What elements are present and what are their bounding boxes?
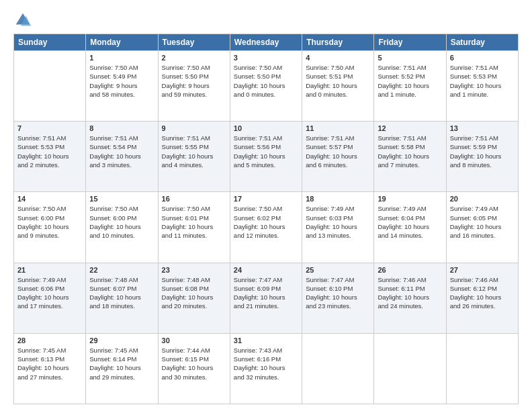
- day-cell: 4Sunrise: 7:50 AM Sunset: 5:51 PM Daylig…: [302, 51, 374, 122]
- col-header-wednesday: Wednesday: [230, 34, 302, 51]
- day-number: 31: [234, 336, 298, 345]
- day-info: Sunrise: 7:51 AM Sunset: 5:57 PM Dayligh…: [306, 134, 370, 169]
- day-cell: 6Sunrise: 7:51 AM Sunset: 5:53 PM Daylig…: [446, 51, 518, 122]
- day-number: 23: [162, 266, 226, 274]
- day-number: 11: [306, 124, 370, 132]
- day-info: Sunrise: 7:48 AM Sunset: 6:08 PM Dayligh…: [162, 275, 226, 311]
- header: [13, 11, 519, 30]
- day-cell: 15Sunrise: 7:50 AM Sunset: 6:00 PM Dayli…: [86, 192, 158, 263]
- day-cell: 27Sunrise: 7:46 AM Sunset: 6:12 PM Dayli…: [446, 263, 518, 333]
- day-cell: 12Sunrise: 7:51 AM Sunset: 5:58 PM Dayli…: [374, 122, 446, 192]
- day-number: 13: [450, 124, 515, 132]
- day-cell: 23Sunrise: 7:48 AM Sunset: 6:08 PM Dayli…: [158, 263, 230, 333]
- day-info: Sunrise: 7:46 AM Sunset: 6:11 PM Dayligh…: [378, 275, 442, 311]
- day-info: Sunrise: 7:51 AM Sunset: 5:55 PM Dayligh…: [162, 134, 226, 169]
- day-number: 6: [450, 54, 515, 62]
- day-info: Sunrise: 7:50 AM Sunset: 6:02 PM Dayligh…: [234, 204, 298, 240]
- day-number: 1: [89, 54, 154, 62]
- day-cell: 3Sunrise: 7:50 AM Sunset: 5:50 PM Daylig…: [230, 51, 302, 122]
- day-info: Sunrise: 7:43 AM Sunset: 6:16 PM Dayligh…: [234, 346, 298, 381]
- day-info: Sunrise: 7:49 AM Sunset: 6:05 PM Dayligh…: [450, 204, 515, 240]
- day-cell: 18Sunrise: 7:49 AM Sunset: 6:03 PM Dayli…: [302, 192, 374, 263]
- day-number: 29: [89, 336, 154, 345]
- day-cell: 26Sunrise: 7:46 AM Sunset: 6:11 PM Dayli…: [374, 263, 446, 333]
- day-info: Sunrise: 7:48 AM Sunset: 6:07 PM Dayligh…: [89, 275, 154, 311]
- day-cell: 14Sunrise: 7:50 AM Sunset: 6:00 PM Dayli…: [14, 192, 86, 263]
- day-info: Sunrise: 7:47 AM Sunset: 6:10 PM Dayligh…: [306, 275, 370, 311]
- col-header-thursday: Thursday: [302, 34, 374, 51]
- day-number: 27: [450, 266, 515, 274]
- day-number: 8: [89, 124, 154, 132]
- col-header-sunday: Sunday: [14, 34, 86, 51]
- day-number: 12: [378, 124, 442, 132]
- day-info: Sunrise: 7:45 AM Sunset: 6:13 PM Dayligh…: [17, 346, 82, 381]
- day-info: Sunrise: 7:47 AM Sunset: 6:09 PM Dayligh…: [234, 275, 298, 311]
- day-info: Sunrise: 7:51 AM Sunset: 5:52 PM Dayligh…: [378, 63, 442, 99]
- day-info: Sunrise: 7:50 AM Sunset: 5:50 PM Dayligh…: [162, 63, 226, 99]
- col-header-friday: Friday: [374, 34, 446, 51]
- day-cell: 31Sunrise: 7:43 AM Sunset: 6:16 PM Dayli…: [230, 333, 302, 404]
- day-cell: 10Sunrise: 7:51 AM Sunset: 5:56 PM Dayli…: [230, 122, 302, 192]
- day-info: Sunrise: 7:46 AM Sunset: 6:12 PM Dayligh…: [450, 275, 515, 311]
- day-info: Sunrise: 7:50 AM Sunset: 5:49 PM Dayligh…: [89, 63, 154, 99]
- day-info: Sunrise: 7:49 AM Sunset: 6:06 PM Dayligh…: [17, 275, 82, 311]
- day-info: Sunrise: 7:50 AM Sunset: 6:01 PM Dayligh…: [162, 204, 226, 240]
- day-info: Sunrise: 7:45 AM Sunset: 6:14 PM Dayligh…: [89, 346, 154, 381]
- day-info: Sunrise: 7:51 AM Sunset: 5:56 PM Dayligh…: [234, 134, 298, 169]
- day-info: Sunrise: 7:50 AM Sunset: 6:00 PM Dayligh…: [17, 204, 82, 240]
- day-cell: [374, 333, 446, 404]
- day-info: Sunrise: 7:49 AM Sunset: 6:04 PM Dayligh…: [378, 204, 442, 240]
- day-cell: 13Sunrise: 7:51 AM Sunset: 5:59 PM Dayli…: [446, 122, 518, 192]
- day-cell: 21Sunrise: 7:49 AM Sunset: 6:06 PM Dayli…: [14, 263, 86, 333]
- logo: [13, 11, 35, 30]
- day-cell: 22Sunrise: 7:48 AM Sunset: 6:07 PM Dayli…: [86, 263, 158, 333]
- week-row-3: 14Sunrise: 7:50 AM Sunset: 6:00 PM Dayli…: [14, 192, 519, 263]
- day-number: 25: [306, 266, 370, 274]
- day-number: 17: [234, 195, 298, 203]
- calendar-page: SundayMondayTuesdayWednesdayThursdayFrid…: [0, 0, 532, 411]
- day-cell: 24Sunrise: 7:47 AM Sunset: 6:09 PM Dayli…: [230, 263, 302, 333]
- week-row-5: 28Sunrise: 7:45 AM Sunset: 6:13 PM Dayli…: [14, 333, 519, 404]
- day-number: 2: [162, 54, 226, 62]
- day-info: Sunrise: 7:51 AM Sunset: 5:54 PM Dayligh…: [89, 134, 154, 169]
- day-number: 24: [234, 266, 298, 274]
- col-header-monday: Monday: [86, 34, 158, 51]
- day-number: 26: [378, 266, 442, 274]
- day-info: Sunrise: 7:49 AM Sunset: 6:03 PM Dayligh…: [306, 204, 370, 240]
- day-cell: 19Sunrise: 7:49 AM Sunset: 6:04 PM Dayli…: [374, 192, 446, 263]
- day-number: 10: [234, 124, 298, 132]
- day-number: 5: [378, 54, 442, 62]
- week-row-1: 1Sunrise: 7:50 AM Sunset: 5:49 PM Daylig…: [14, 51, 519, 122]
- day-info: Sunrise: 7:51 AM Sunset: 5:53 PM Dayligh…: [450, 63, 515, 99]
- day-cell: 20Sunrise: 7:49 AM Sunset: 6:05 PM Dayli…: [446, 192, 518, 263]
- day-cell: 11Sunrise: 7:51 AM Sunset: 5:57 PM Dayli…: [302, 122, 374, 192]
- day-cell: 25Sunrise: 7:47 AM Sunset: 6:10 PM Dayli…: [302, 263, 374, 333]
- day-cell: 2Sunrise: 7:50 AM Sunset: 5:50 PM Daylig…: [158, 51, 230, 122]
- day-number: 4: [306, 54, 370, 62]
- day-cell: 8Sunrise: 7:51 AM Sunset: 5:54 PM Daylig…: [86, 122, 158, 192]
- logo-icon: [13, 11, 32, 30]
- week-row-4: 21Sunrise: 7:49 AM Sunset: 6:06 PM Dayli…: [14, 263, 519, 333]
- day-cell: 1Sunrise: 7:50 AM Sunset: 5:49 PM Daylig…: [86, 51, 158, 122]
- day-info: Sunrise: 7:50 AM Sunset: 6:00 PM Dayligh…: [89, 204, 154, 240]
- week-row-2: 7Sunrise: 7:51 AM Sunset: 5:53 PM Daylig…: [14, 122, 519, 192]
- day-cell: 30Sunrise: 7:44 AM Sunset: 6:15 PM Dayli…: [158, 333, 230, 404]
- day-number: 15: [89, 195, 154, 203]
- day-number: 18: [306, 195, 370, 203]
- day-number: 7: [17, 124, 82, 132]
- day-number: 22: [89, 266, 154, 274]
- day-number: 19: [378, 195, 442, 203]
- day-cell: 9Sunrise: 7:51 AM Sunset: 5:55 PM Daylig…: [158, 122, 230, 192]
- day-cell: [302, 333, 374, 404]
- day-number: 14: [17, 195, 82, 203]
- day-info: Sunrise: 7:51 AM Sunset: 5:58 PM Dayligh…: [378, 134, 442, 169]
- day-number: 16: [162, 195, 226, 203]
- day-cell: 17Sunrise: 7:50 AM Sunset: 6:02 PM Dayli…: [230, 192, 302, 263]
- day-number: 20: [450, 195, 515, 203]
- day-number: 21: [17, 266, 82, 274]
- header-row: SundayMondayTuesdayWednesdayThursdayFrid…: [14, 34, 519, 51]
- day-cell: 7Sunrise: 7:51 AM Sunset: 5:53 PM Daylig…: [14, 122, 86, 192]
- calendar-table: SundayMondayTuesdayWednesdayThursdayFrid…: [13, 34, 519, 404]
- day-cell: [446, 333, 518, 404]
- col-header-tuesday: Tuesday: [158, 34, 230, 51]
